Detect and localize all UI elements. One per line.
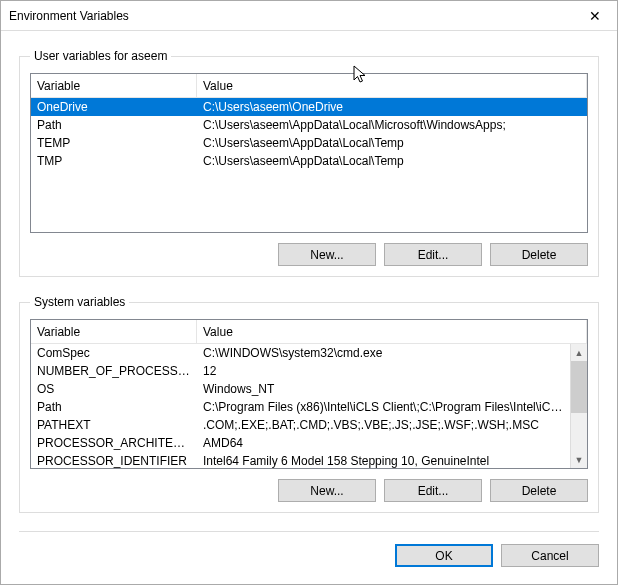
system-list-body: ComSpecC:\WINDOWS\system32\cmd.exeNUMBER… bbox=[31, 344, 570, 468]
variable-value-cell: C:\Users\aseem\AppData\Local\Temp bbox=[197, 136, 587, 150]
system-new-button[interactable]: New... bbox=[278, 479, 376, 502]
variable-value-cell: Windows_NT bbox=[197, 382, 570, 396]
system-variables-group: System variables Variable Value ComSpecC… bbox=[19, 295, 599, 513]
table-row[interactable]: PROCESSOR_IDENTIFIERIntel64 Family 6 Mod… bbox=[31, 452, 570, 468]
user-new-button[interactable]: New... bbox=[278, 243, 376, 266]
variable-name-cell: PATHEXT bbox=[31, 418, 197, 432]
close-icon: ✕ bbox=[589, 8, 601, 24]
close-button[interactable]: ✕ bbox=[572, 1, 617, 31]
variable-name-cell: ComSpec bbox=[31, 346, 197, 360]
table-row[interactable]: PROCESSOR_ARCHITECTUREAMD64 bbox=[31, 434, 570, 452]
system-buttons: New... Edit... Delete bbox=[30, 479, 588, 502]
table-row[interactable]: TMPC:\Users\aseem\AppData\Local\Temp bbox=[31, 152, 587, 170]
system-delete-button[interactable]: Delete bbox=[490, 479, 588, 502]
variable-value-cell: .COM;.EXE;.BAT;.CMD;.VBS;.VBE;.JS;.JSE;.… bbox=[197, 418, 570, 432]
variable-name-cell: TEMP bbox=[31, 136, 197, 150]
variable-name-cell: OS bbox=[31, 382, 197, 396]
variable-name-cell: PROCESSOR_ARCHITECTURE bbox=[31, 436, 197, 450]
table-row[interactable]: NUMBER_OF_PROCESSORS12 bbox=[31, 362, 570, 380]
table-row[interactable]: OneDriveC:\Users\aseem\OneDrive bbox=[31, 98, 587, 116]
system-col-value[interactable]: Value bbox=[197, 320, 587, 343]
user-list-header: Variable Value bbox=[31, 74, 587, 98]
variable-value-cell: C:\WINDOWS\system32\cmd.exe bbox=[197, 346, 570, 360]
variable-value-cell: C:\Program Files (x86)\Intel\iCLS Client… bbox=[197, 400, 570, 414]
cancel-button[interactable]: Cancel bbox=[501, 544, 599, 567]
variable-name-cell: NUMBER_OF_PROCESSORS bbox=[31, 364, 197, 378]
user-col-variable[interactable]: Variable bbox=[31, 74, 197, 97]
variable-name-cell: Path bbox=[31, 400, 197, 414]
system-edit-button[interactable]: Edit... bbox=[384, 479, 482, 502]
user-list-body: OneDriveC:\Users\aseem\OneDrivePathC:\Us… bbox=[31, 98, 587, 232]
variable-value-cell: 12 bbox=[197, 364, 570, 378]
variable-name-cell: TMP bbox=[31, 154, 197, 168]
table-row[interactable]: PathC:\Users\aseem\AppData\Local\Microso… bbox=[31, 116, 587, 134]
variable-value-cell: Intel64 Family 6 Model 158 Stepping 10, … bbox=[197, 454, 570, 468]
variable-value-cell: C:\Users\aseem\OneDrive bbox=[197, 100, 587, 114]
scroll-up-icon[interactable]: ▲ bbox=[571, 344, 587, 361]
variable-name-cell: OneDrive bbox=[31, 100, 197, 114]
table-row[interactable]: ComSpecC:\WINDOWS\system32\cmd.exe bbox=[31, 344, 570, 362]
variable-value-cell: C:\Users\aseem\AppData\Local\Temp bbox=[197, 154, 587, 168]
table-row[interactable]: PATHEXT.COM;.EXE;.BAT;.CMD;.VBS;.VBE;.JS… bbox=[31, 416, 570, 434]
user-col-value[interactable]: Value bbox=[197, 74, 587, 97]
variable-value-cell: C:\Users\aseem\AppData\Local\Microsoft\W… bbox=[197, 118, 587, 132]
user-variables-group: User variables for aseem Variable Value … bbox=[19, 49, 599, 277]
dialog-content: User variables for aseem Variable Value … bbox=[1, 31, 617, 579]
scroll-thumb[interactable] bbox=[571, 361, 587, 413]
system-variables-list[interactable]: Variable Value ComSpecC:\WINDOWS\system3… bbox=[30, 319, 588, 469]
variable-name-cell: Path bbox=[31, 118, 197, 132]
system-variables-legend: System variables bbox=[30, 295, 129, 309]
user-variables-list[interactable]: Variable Value OneDriveC:\Users\aseem\On… bbox=[30, 73, 588, 233]
titlebar: Environment Variables ✕ bbox=[1, 1, 617, 31]
table-row[interactable]: OSWindows_NT bbox=[31, 380, 570, 398]
ok-button[interactable]: OK bbox=[395, 544, 493, 567]
window-title: Environment Variables bbox=[9, 9, 572, 23]
table-row[interactable]: PathC:\Program Files (x86)\Intel\iCLS Cl… bbox=[31, 398, 570, 416]
user-edit-button[interactable]: Edit... bbox=[384, 243, 482, 266]
variable-value-cell: AMD64 bbox=[197, 436, 570, 450]
variable-name-cell: PROCESSOR_IDENTIFIER bbox=[31, 454, 197, 468]
scroll-down-icon[interactable]: ▼ bbox=[571, 451, 587, 468]
system-scrollbar[interactable]: ▲ ▼ bbox=[570, 344, 587, 468]
user-delete-button[interactable]: Delete bbox=[490, 243, 588, 266]
table-row[interactable]: TEMPC:\Users\aseem\AppData\Local\Temp bbox=[31, 134, 587, 152]
user-variables-legend: User variables for aseem bbox=[30, 49, 171, 63]
dialog-footer: OK Cancel bbox=[19, 531, 599, 567]
system-list-header: Variable Value bbox=[31, 320, 587, 344]
system-col-variable[interactable]: Variable bbox=[31, 320, 197, 343]
user-buttons: New... Edit... Delete bbox=[30, 243, 588, 266]
